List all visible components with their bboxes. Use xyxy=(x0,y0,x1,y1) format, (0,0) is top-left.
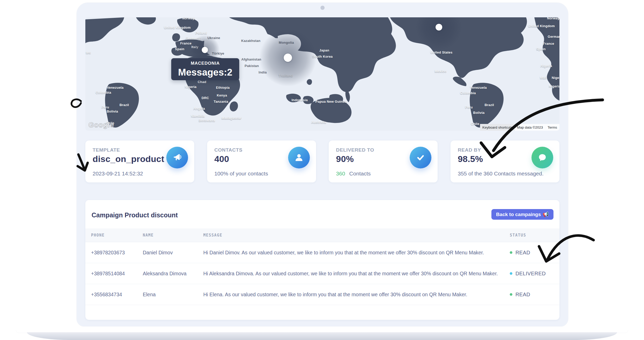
column-header-status: STATUS xyxy=(510,233,559,238)
terms-link[interactable]: Terms xyxy=(545,124,559,131)
stats-row: TEMPLATE disc_on_product 2023-09-21 14:5… xyxy=(85,141,559,182)
campaign-panel-header: Campaign Product discount Back to campai… xyxy=(85,200,559,228)
cell-name: Daniel Dimov xyxy=(143,250,203,256)
status-text: DELIVERED xyxy=(515,271,546,277)
table-row: +38978203673 Daniel Dimov Hi Daniel Dimo… xyxy=(85,242,559,263)
stat-subtext: 100% of your contacts xyxy=(214,171,268,177)
stat-card: DELIVERED TO 90% 360Contacts xyxy=(329,141,438,182)
stat-card: READ BY 98.5% 355 of the 360 Contacts me… xyxy=(451,141,559,182)
laptop-screen: NorwayUnited KingdomPolandGermanyUkraine… xyxy=(77,3,568,327)
cell-name: Aleksandra Dimova xyxy=(143,271,203,277)
map-tooltip: MACEDONIA Messages:2 xyxy=(171,58,239,80)
stat-card: TEMPLATE disc_on_product 2023-09-21 14:5… xyxy=(85,141,194,182)
status-dot xyxy=(510,272,512,275)
table-row: +38978514084 Aleksandra Dimova Hi Aleksa… xyxy=(85,263,559,284)
tooltip-region: MACEDONIA xyxy=(191,61,220,66)
person-icon xyxy=(288,147,310,168)
table-body: +38978203673 Daniel Dimov Hi Daniel Dimo… xyxy=(85,242,559,305)
stat-subtext-main: 355 of the 360 Contacts messaged. xyxy=(458,171,544,176)
tooltip-messages: Messages:2 xyxy=(178,67,233,78)
megaphone-emoji-icon: 📢 xyxy=(543,211,549,217)
stat-subtext-highlight: 360 xyxy=(336,171,345,176)
campaign-title: Campaign Product discount xyxy=(92,211,178,219)
stat-label: CONTACTS xyxy=(214,147,243,153)
cell-status: READ xyxy=(510,292,559,298)
stat-card: CONTACTS 400 100% of your contacts xyxy=(207,141,316,182)
stat-label: READ BY xyxy=(458,147,481,153)
stat-value: 98.5% xyxy=(458,154,483,164)
cell-message: Hi Aleksandra Dimova. As our valued cust… xyxy=(203,271,510,277)
status-text: READ xyxy=(515,292,530,298)
stat-label: TEMPLATE xyxy=(93,147,120,153)
laptop-base-top xyxy=(16,327,628,333)
column-header-name: NAME xyxy=(143,233,203,238)
stat-subtext: 2023-09-21 14:52:32 xyxy=(93,171,143,177)
column-header-message: MESSAGE xyxy=(203,233,510,238)
cell-name: Elena xyxy=(143,292,203,298)
back-button-label: Back to campaings xyxy=(496,212,541,217)
campaign-panel: Campaign Product discount Back to campai… xyxy=(85,200,559,320)
cell-message: Hi Elena. As our valued customer, we lik… xyxy=(203,292,510,298)
stat-subtext-main: 2023-09-21 14:52:32 xyxy=(93,171,143,176)
keyboard-shortcuts-link[interactable]: Keyboard shortcuts xyxy=(480,124,515,131)
status-dot xyxy=(510,251,512,254)
cell-phone: +3556834734 xyxy=(85,292,143,298)
check-icon xyxy=(410,147,431,168)
cell-status: READ xyxy=(510,250,559,256)
stat-subtext: 355 of the 360 Contacts messaged. xyxy=(458,171,544,177)
table-row: +3556834734 Elena Hi Elena. As our value… xyxy=(85,284,559,305)
table-header-row: PHONE NAME MESSAGE STATUS xyxy=(85,228,559,242)
map-marker-europe[interactable] xyxy=(202,47,208,53)
cell-phone: +38978203673 xyxy=(85,250,143,256)
map-marker-asia[interactable] xyxy=(284,54,292,62)
laptop-base-bottom xyxy=(27,332,617,340)
stat-subtext: 360Contacts xyxy=(336,171,371,177)
megaphone-icon xyxy=(166,147,188,168)
map-marker-canada[interactable] xyxy=(436,24,442,31)
status-dot xyxy=(510,293,512,296)
cell-status: DELIVERED xyxy=(510,271,559,277)
world-map[interactable]: NorwayUnited KingdomPolandGermanyUkraine… xyxy=(85,17,559,131)
back-to-campaigns-button[interactable]: Back to campaings 📢 xyxy=(491,209,553,220)
stat-value: 90% xyxy=(336,154,354,164)
cell-message: Hi Daniel Dimov. As our valued customer,… xyxy=(203,250,510,256)
camera-dot xyxy=(320,6,325,10)
map-landmass xyxy=(85,17,559,131)
stat-label: DELIVERED TO xyxy=(336,147,374,153)
chat-icon xyxy=(531,147,553,168)
cell-phone: +38978514084 xyxy=(85,271,143,277)
stat-value: 400 xyxy=(214,154,229,164)
map-attribution: Keyboard shortcuts Map data ©2023 Terms xyxy=(480,124,559,131)
stat-subtext-main: Contacts xyxy=(349,171,371,176)
google-logo[interactable]: Google xyxy=(88,121,114,129)
column-header-phone: PHONE xyxy=(85,233,143,238)
map-data-label: Map data ©2023 xyxy=(515,124,545,131)
stat-value: disc_on_product xyxy=(93,154,164,164)
status-text: READ xyxy=(515,250,530,256)
stat-subtext-main: 100% of your contacts xyxy=(214,171,268,176)
